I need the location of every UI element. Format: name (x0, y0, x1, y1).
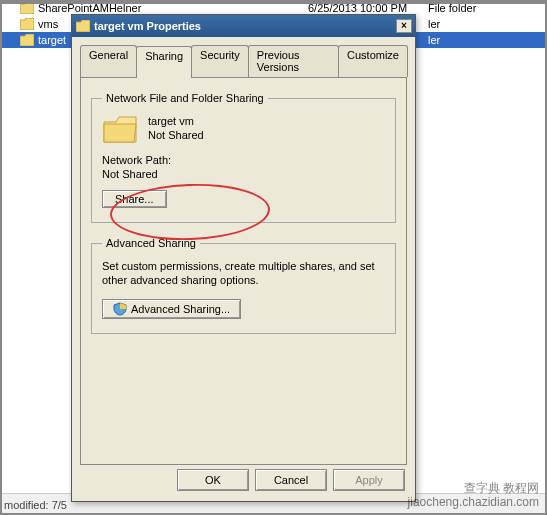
properties-dialog: target vm Properties × General Sharing S… (71, 14, 416, 502)
file-type: ler (428, 18, 518, 30)
network-sharing-legend: Network File and Folder Sharing (102, 92, 268, 104)
share-button[interactable]: Share... (102, 190, 167, 208)
network-sharing-group: Network File and Folder Sharing target v… (91, 92, 396, 223)
network-path-value: Not Shared (102, 168, 385, 180)
tab-security[interactable]: Security (191, 45, 249, 77)
dialog-buttons: OK Cancel Apply (177, 469, 405, 491)
tab-panel-sharing: Network File and Folder Sharing target v… (80, 77, 407, 465)
folder-icon (102, 114, 138, 144)
advanced-sharing-group: Advanced Sharing Set custom permissions,… (91, 237, 396, 334)
cancel-button[interactable]: Cancel (255, 469, 327, 491)
file-date: 6/25/2013 10:00 PM (308, 2, 428, 14)
watermark-line2: jiaocheng.chazidian.com (408, 495, 539, 509)
file-name: SharePointAMHelner (38, 2, 308, 14)
status-text: modified: 7/5 (4, 499, 67, 511)
dialog-title: target vm Properties (94, 20, 396, 32)
ok-button[interactable]: OK (177, 469, 249, 491)
shield-icon (113, 302, 127, 316)
watermark-line1: 查字典 教程网 (408, 481, 539, 495)
tab-previous-versions[interactable]: Previous Versions (248, 45, 339, 77)
folder-icon (76, 20, 90, 32)
advanced-sharing-button[interactable]: Advanced Sharing... (102, 299, 241, 319)
folder-icon (20, 34, 34, 46)
titlebar[interactable]: target vm Properties × (72, 15, 415, 37)
tab-sharing[interactable]: Sharing (136, 46, 192, 78)
folder-icon (20, 2, 34, 14)
advanced-sharing-legend: Advanced Sharing (102, 237, 200, 249)
watermark: 查字典 教程网 jiaocheng.chazidian.com (408, 481, 539, 509)
file-type: ler (428, 34, 518, 46)
advanced-sharing-desc: Set custom permissions, create multiple … (102, 259, 385, 287)
folder-icon (20, 18, 34, 30)
apply-button[interactable]: Apply (333, 469, 405, 491)
tab-customize[interactable]: Customize (338, 45, 408, 77)
tab-general[interactable]: General (80, 45, 137, 77)
advanced-sharing-button-label: Advanced Sharing... (131, 303, 230, 315)
network-path-label: Network Path: (102, 154, 385, 166)
file-type: File folder (428, 2, 518, 14)
share-name: target vm (148, 114, 204, 128)
share-status: Not Shared (148, 128, 204, 142)
tab-strip: General Sharing Security Previous Versio… (80, 45, 407, 77)
close-button[interactable]: × (396, 19, 412, 33)
